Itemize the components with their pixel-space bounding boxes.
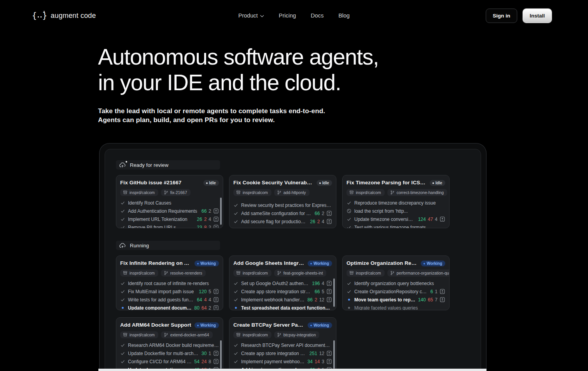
card-scrollbar[interactable]: [333, 278, 335, 306]
agent-task-card[interactable]: Fix Timezone Parsing for ICS CalendarsId…: [342, 175, 450, 228]
deletions-count: 47: [428, 217, 433, 222]
git-branch-icon: [390, 190, 395, 195]
task-label: Research ARM64 Docker build requirements: [128, 343, 219, 348]
task-row: Identify Root Causes: [120, 200, 219, 206]
task-done-check-icon: [233, 220, 238, 224]
task-row: Move team queries to repository methods1…: [346, 297, 445, 303]
card-title: Fix Infinite Rendering on Add Guests: [120, 260, 191, 266]
agent-task-card[interactable]: Fix Cookie Security VulnerabilityIdleins…: [229, 175, 336, 228]
diff-file-icon: [326, 219, 332, 224]
status-badge: Working: [308, 322, 332, 328]
additions-count: 6: [430, 289, 433, 294]
files-count: 1: [208, 351, 211, 356]
task-label: Configure CI/CD for ARM64 builds: [128, 359, 192, 364]
nav-product[interactable]: Product: [238, 12, 264, 19]
nav-pricing[interactable]: Pricing: [279, 12, 296, 19]
deletions-count: 2: [317, 219, 320, 224]
status-badge: Working: [194, 322, 219, 328]
task-pending-dot: [346, 307, 352, 309]
task-done-check-icon: [233, 343, 238, 347]
diff-stats: 662: [315, 210, 332, 216]
task-row: Create OrganizationRepository class stru…: [346, 289, 445, 294]
files-count: 4: [208, 297, 211, 303]
task-label: Research BTCPay Server API documentation: [241, 343, 332, 348]
agent-task-card[interactable]: Optimize Organization Repository Metho..…: [342, 256, 450, 310]
task-done-check-icon: [120, 226, 125, 229]
diff-file-icon: [326, 359, 332, 364]
files-count: 4: [322, 219, 324, 224]
additions-count: 196: [312, 281, 320, 286]
task-row: Test spreadsheet data export functionali…: [233, 305, 332, 310]
deletions-count: 4: [204, 297, 207, 303]
repo-tag: insprd/calcom: [346, 270, 385, 276]
branch-tag: correct-timezone-handling: [387, 189, 447, 196]
logo-text: augment code: [51, 12, 96, 20]
task-done-check-icon: [120, 290, 125, 294]
task-row: Update Dockerfile for multi-architecture…: [120, 350, 219, 356]
files-count: 7: [435, 297, 438, 303]
task-row: Research BTCPay Server API documentation: [233, 342, 332, 348]
agent-task-card[interactable]: Fix Infinite Rendering on Add GuestsWork…: [116, 256, 223, 310]
additions-count: 26: [310, 219, 315, 224]
task-row: Add sameSite configuration for CSRF prot…: [233, 210, 332, 216]
agent-task-card[interactable]: Add Google Sheets IntegrationWorkinginsp…: [229, 256, 336, 310]
diff-file-icon: [213, 289, 219, 294]
card-title: Optimize Organization Repository Metho..…: [346, 260, 418, 266]
repo-tag: insprd/calcom: [233, 189, 271, 196]
card-scrollbar[interactable]: [220, 340, 222, 368]
task-label: Create app store integration structure: [241, 289, 312, 294]
task-done-check-icon: [233, 203, 238, 207]
task-done-check-icon: [346, 217, 352, 221]
repo-icon: [236, 271, 241, 275]
diff-file-icon: [326, 297, 332, 303]
diff-file-icon: [213, 350, 219, 356]
additions-count: 23: [197, 225, 202, 229]
agent-task-card[interactable]: Add ARM64 Docker SupportWorkinginsprd/ca…: [116, 317, 223, 369]
hero-section: Autonomous software agents, in your IDE …: [98, 44, 379, 124]
files-count: 3: [322, 359, 324, 364]
additions-count: 120: [199, 289, 206, 294]
task-label: Add Authentication Requirements: [128, 208, 199, 214]
diff-file-icon: [213, 305, 219, 310]
diff-file-icon: [213, 216, 219, 222]
task-done-check-icon: [120, 209, 125, 213]
logo[interactable]: { } augment code: [32, 12, 96, 20]
deletions-count: 65: [428, 297, 433, 303]
diff-stats: 2624: [197, 216, 219, 222]
task-label: Review security best practices for Expre…: [241, 203, 332, 208]
agent-task-card[interactable]: Fix GitHub issue #21667Idleinsprd/calcom…: [116, 175, 223, 228]
nav-blog[interactable]: Blog: [338, 12, 350, 19]
repo-icon: [123, 190, 128, 195]
task-done-check-icon: [120, 282, 125, 285]
card-scrollbar[interactable]: [220, 198, 222, 225]
task-done-check-icon: [120, 352, 125, 355]
agent-task-card[interactable]: Create BTCPay Server Payment AppWorkingi…: [229, 317, 336, 369]
task-row: Create app store integration boilerplate…: [233, 350, 332, 356]
card-scrollbar[interactable]: [333, 340, 335, 368]
task-row: Set up Google OAuth2 authentication flow…: [233, 280, 332, 286]
task-blocked-icon: [346, 208, 352, 214]
repo-icon: [236, 332, 241, 337]
task-label: Implement webhook handlers for 13 bookin…: [241, 297, 305, 303]
hero-subtitle: Take the lead with local or remote agent…: [98, 107, 379, 124]
diff-stats: 25112: [310, 350, 332, 356]
git-branch-icon: [164, 271, 168, 275]
files-count: 4: [322, 281, 324, 286]
additions-count: 34: [308, 359, 313, 364]
task-label: Identify Root Causes: [128, 200, 219, 206]
diff-stats: 1964: [312, 280, 332, 286]
status-badge: Idle: [430, 180, 445, 186]
task-label: Implement URL Tokenization: [128, 217, 194, 222]
nav-docs[interactable]: Docs: [311, 12, 324, 19]
repo-icon: [349, 271, 354, 275]
task-done-check-icon: [120, 298, 125, 302]
task-done-check-icon: [346, 201, 352, 205]
sign-in-button[interactable]: Sign in: [486, 9, 517, 23]
task-row: Implement webhook handlers for 13 bookin…: [233, 297, 332, 303]
files-count: 1: [435, 289, 438, 294]
install-button[interactable]: Install: [523, 9, 552, 23]
task-label: Test with various timezone formats: [354, 225, 445, 229]
additions-count: 124: [418, 217, 426, 222]
card-title: Fix Timezone Parsing for ICS Calendars: [346, 180, 427, 186]
task-row: Update timezone conversion utilities1244…: [346, 216, 445, 222]
